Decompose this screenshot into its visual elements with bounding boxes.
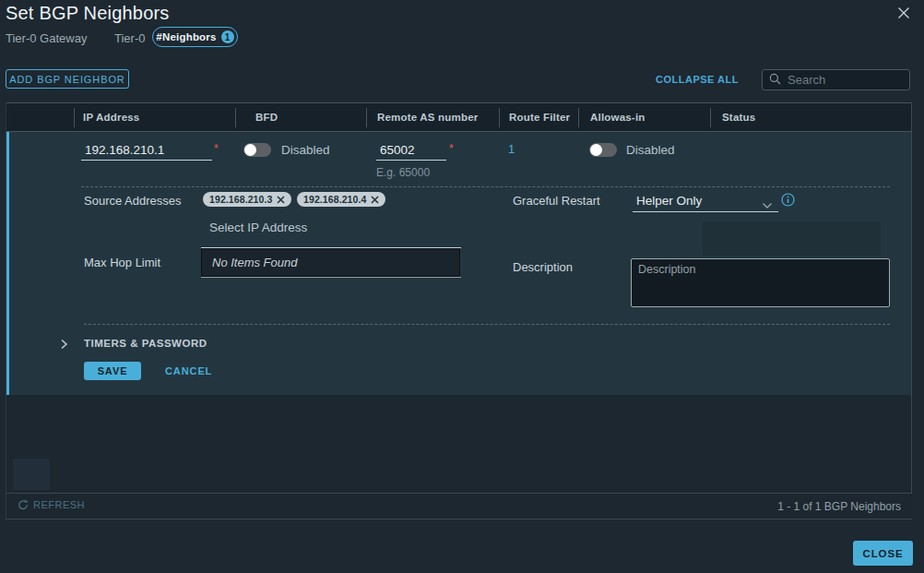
row-section-divider — [84, 324, 890, 325]
column-header-allowas-in[interactable]: Allowas-in — [590, 112, 646, 123]
info-icon[interactable] — [781, 193, 795, 210]
neighbors-count-badge: 1 — [221, 30, 234, 43]
timers-password-section[interactable]: TIMERS & PASSWORD — [84, 338, 207, 349]
remove-tag-icon[interactable] — [277, 196, 285, 204]
pagination-range: 1 - 1 of 1 BGP Neighbors — [777, 500, 901, 513]
grid-empty-area — [6, 395, 911, 493]
search-icon — [769, 72, 781, 89]
source-address-tag-value: 192.168.210.3 — [209, 194, 272, 205]
cancel-button[interactable]: CANCEL — [165, 362, 212, 380]
row-selection-bar — [6, 132, 9, 395]
remote-as-value[interactable]: 65002 — [376, 140, 446, 157]
save-button[interactable]: SAVE — [84, 362, 141, 380]
page-title: Set BGP Neighbors — [6, 2, 170, 24]
dropdown-shadow — [703, 221, 881, 256]
neighbors-tab-label: #Neighbors — [156, 31, 216, 42]
close-button[interactable]: CLOSE — [853, 541, 913, 566]
bfd-toggle[interactable] — [243, 143, 271, 157]
add-bgp-neighbor-button[interactable]: ADD BGP NEIGHBOR — [6, 69, 129, 89]
bfd-state-label: Disabled — [281, 143, 330, 157]
allowas-in-toggle[interactable] — [589, 143, 617, 157]
bfd-toggle-knob — [244, 144, 256, 156]
close-icon[interactable] — [894, 3, 914, 23]
route-filter-link[interactable]: 1 — [508, 142, 515, 156]
graceful-restart-value[interactable]: Helper Only — [636, 194, 702, 208]
refresh-label: REFRESH — [33, 499, 85, 510]
collapse-all-link[interactable]: COLLAPSE ALL — [656, 74, 739, 85]
remote-as-required-mark: * — [449, 142, 454, 155]
column-header-remote-as[interactable]: Remote AS number — [377, 112, 479, 123]
remote-as-field[interactable]: 65002 — [376, 140, 446, 161]
background-artifact — [13, 459, 50, 490]
ip-address-value[interactable]: 192.168.210.1 — [81, 140, 212, 157]
gateway-type-label: Tier-0 Gateway — [6, 31, 87, 45]
column-header-route-filter[interactable]: Route Filter — [509, 112, 570, 123]
column-separator — [578, 108, 579, 127]
grid-footer — [6, 493, 912, 519]
expand-caret-icon[interactable] — [60, 337, 68, 353]
search-box[interactable] — [762, 69, 910, 90]
row-section-divider — [81, 186, 890, 187]
remove-tag-icon[interactable] — [371, 196, 379, 204]
column-separator — [499, 108, 500, 127]
max-hop-dropdown-panel: No Items Found — [201, 248, 460, 277]
column-header-status[interactable]: Status — [722, 112, 755, 123]
refresh-icon — [18, 499, 29, 510]
remote-as-hint: E.g. 65000 — [376, 166, 430, 179]
set-bgp-neighbors-dialog: Set BGP Neighbors Tier-0 Gateway Tier-0 … — [0, 0, 924, 573]
column-separator — [74, 108, 75, 127]
description-textarea[interactable] — [631, 258, 890, 307]
max-hop-dropdown-bottom-line — [201, 277, 461, 278]
neighbors-tab[interactable]: #Neighbors 1 — [152, 27, 238, 47]
column-separator — [710, 108, 711, 127]
column-header-bfd[interactable]: BFD — [255, 112, 278, 123]
no-items-found-text: No Items Found — [212, 256, 298, 269]
gateway-name: Tier-0 — [114, 31, 145, 45]
chevron-down-icon[interactable] — [762, 197, 773, 213]
allowas-in-state-label: Disabled — [626, 143, 675, 157]
ip-address-required-mark: * — [214, 142, 219, 155]
description-label: Description — [513, 260, 573, 274]
column-separator — [366, 108, 367, 127]
allowas-in-toggle-knob — [590, 144, 602, 156]
source-address-tag-value: 192.168.210.4 — [303, 194, 366, 205]
column-header-ip-address[interactable]: IP Address — [83, 112, 139, 123]
refresh-button[interactable]: REFRESH — [18, 499, 85, 510]
source-address-tag[interactable]: 192.168.210.3 — [203, 192, 291, 207]
max-hop-limit-label: Max Hop Limit — [84, 256, 160, 269]
select-ip-placeholder[interactable]: Select IP Address — [209, 221, 307, 234]
source-address-tag[interactable]: 192.168.210.4 — [297, 192, 385, 207]
grid-right-border — [911, 102, 912, 519]
ip-address-field[interactable]: 192.168.210.1 — [81, 140, 212, 161]
source-addresses-label: Source Addresses — [84, 194, 182, 208]
search-input[interactable] — [788, 73, 896, 87]
column-separator — [235, 108, 236, 127]
graceful-restart-label: Graceful Restart — [513, 194, 600, 208]
